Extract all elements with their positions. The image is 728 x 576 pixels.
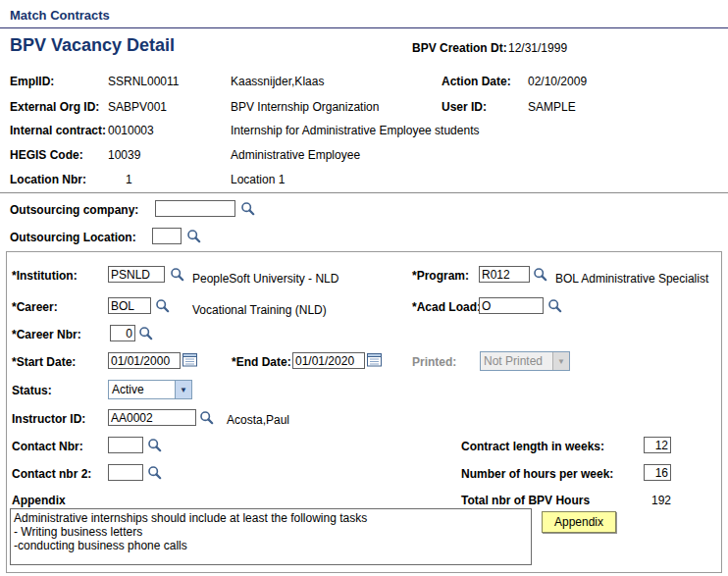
career-desc: Vocational Training (NLD) <box>192 303 327 317</box>
acad-load-input[interactable] <box>479 297 544 314</box>
chevron-down-icon: ▼ <box>175 381 191 398</box>
total-bpv-hours-value: 192 <box>644 494 671 507</box>
bpv-creation-date-label: BPV Creation Dt: <box>412 41 507 55</box>
chevron-down-icon: ▼ <box>552 352 569 370</box>
header-rule <box>0 27 728 28</box>
hegis-code-label: HEGIS Code: <box>10 148 83 162</box>
internal-contract-desc: Internship for Administrative Employee s… <box>231 124 479 137</box>
emplid-label: EmplID: <box>10 75 54 88</box>
hours-per-week-input[interactable] <box>644 464 671 481</box>
acad-load-label: *Acad Load: <box>412 300 481 314</box>
status-label: Status: <box>12 384 52 397</box>
bpv-vacancy-detail-page: Match Contracts BPV Vacancy Detail BPV C… <box>0 0 728 576</box>
status-selected-value: Active <box>109 383 175 396</box>
action-date-value: 02/10/2009 <box>528 75 587 88</box>
location-nbr-label: Location Nbr: <box>10 173 86 186</box>
instructor-id-input[interactable] <box>108 409 196 426</box>
bpv-creation-date-value: 12/31/1999 <box>508 41 567 55</box>
user-id-label: User ID: <box>442 100 487 114</box>
start-date-input[interactable] <box>108 352 181 369</box>
section-separator <box>0 192 728 193</box>
institution-label: *Institution: <box>12 269 78 283</box>
external-org-label: External Org ID: <box>10 100 99 114</box>
instructor-name: Acosta,Paul <box>227 413 289 427</box>
contact-nbr-label: Contact Nbr: <box>12 440 83 453</box>
outsourcing-location-input[interactable] <box>152 228 182 244</box>
contact-nbr2-input[interactable] <box>108 464 143 481</box>
action-date-label: Action Date: <box>442 75 511 88</box>
career-nbr-input[interactable] <box>110 325 135 341</box>
program-label: *Program: <box>412 269 469 283</box>
career-input[interactable] <box>108 297 151 314</box>
hours-per-week-label: Number of hours per week: <box>461 467 613 481</box>
contact-nbr2-label: Contact nbr 2: <box>12 467 91 481</box>
program-desc: BOL Administrative Specialist <box>555 272 708 286</box>
calendar-icon[interactable] <box>182 352 198 367</box>
printed-selected-value: Not Printed <box>481 354 552 368</box>
external-org-desc: BPV Internship Organization <box>231 100 379 114</box>
lookup-icon[interactable] <box>240 201 256 216</box>
location-nbr-value: 1 <box>126 173 132 186</box>
emplid-value: SSRNL00011 <box>108 75 180 88</box>
career-nbr-label: *Career Nbr: <box>12 328 81 341</box>
lookup-icon[interactable] <box>147 465 163 480</box>
outsourcing-company-label: Outsourcing company: <box>10 203 138 217</box>
emplid-name: Kaassnijder,Klaas <box>231 75 324 88</box>
instructor-id-label: Instructor ID: <box>12 412 85 426</box>
institution-input[interactable] <box>108 266 165 283</box>
location-desc: Location 1 <box>231 173 285 186</box>
contract-weeks-input[interactable] <box>644 437 671 453</box>
end-date-label: *End Date: <box>232 355 291 369</box>
career-label: *Career: <box>12 300 58 314</box>
internal-contract-value: 0010003 <box>108 124 154 137</box>
lookup-icon[interactable] <box>186 229 202 243</box>
outsourcing-company-input[interactable] <box>155 200 235 217</box>
hegis-code-value: 10039 <box>108 148 140 162</box>
appendix-textarea[interactable]: Administrative internships should includ… <box>10 508 532 565</box>
page-title: BPV Vacancy Detail <box>10 35 175 56</box>
lookup-icon[interactable] <box>199 410 215 425</box>
contract-weeks-label: Contract length in weeks: <box>461 440 604 453</box>
breadcrumb[interactable]: Match Contracts <box>10 8 110 23</box>
lookup-icon[interactable] <box>138 326 154 340</box>
lookup-icon[interactable] <box>155 298 171 313</box>
printed-select: Not Printed ▼ <box>480 351 570 371</box>
lookup-icon[interactable] <box>170 267 185 282</box>
status-select[interactable]: Active ▼ <box>108 380 192 399</box>
appendix-button[interactable]: Appendix <box>542 511 616 533</box>
program-input[interactable] <box>479 266 530 283</box>
end-date-input[interactable] <box>292 352 365 369</box>
lookup-icon[interactable] <box>533 267 548 282</box>
lookup-icon[interactable] <box>147 438 163 452</box>
internal-contract-label: Internal contract: <box>10 124 106 137</box>
external-org-value: SABPV001 <box>108 100 167 114</box>
total-bpv-hours-label: Total nbr of BPV Hours <box>461 494 590 507</box>
contact-nbr-input[interactable] <box>108 437 143 453</box>
institution-desc: PeopleSoft University - NLD <box>192 272 338 286</box>
outsourcing-location-label: Outsourcing Location: <box>10 231 136 244</box>
user-id-value: SAMPLE <box>528 100 576 114</box>
start-date-label: *Start Date: <box>12 355 76 369</box>
calendar-icon[interactable] <box>367 352 383 367</box>
lookup-icon[interactable] <box>547 298 563 313</box>
appendix-label: Appendix <box>12 494 66 507</box>
hegis-code-desc: Administrative Employee <box>231 148 360 162</box>
printed-label: Printed: <box>412 355 456 369</box>
